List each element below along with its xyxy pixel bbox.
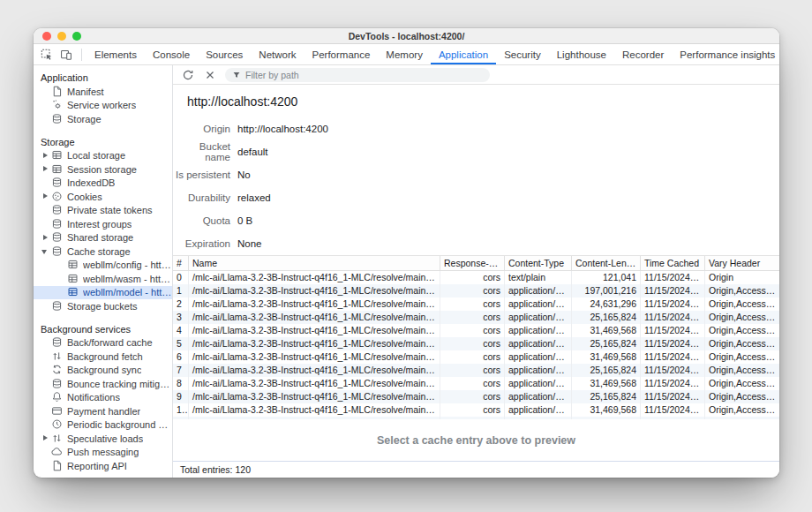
column-header[interactable]: # xyxy=(173,256,189,270)
tab[interactable]: Elements xyxy=(86,44,145,64)
expander-arrow[interactable] xyxy=(41,432,51,445)
table-row[interactable]: 10 /mlc-ai/Llama-3.2-3B-Instruct-q4f16_1… xyxy=(173,403,779,417)
cell-name: /mlc-ai/Llama-3.2-3B-Instruct-q4f16_1-ML… xyxy=(189,337,440,350)
expander-arrow[interactable] xyxy=(41,149,51,162)
inspect-element-icon[interactable] xyxy=(40,48,54,62)
sidebar-item[interactable]: webllm/config - http://loc… xyxy=(34,259,172,273)
expander-arrow[interactable] xyxy=(41,162,51,176)
sidebar-item[interactable]: Payment handler xyxy=(34,404,172,418)
expander-arrow[interactable] xyxy=(41,391,51,404)
sidebar-item[interactable]: Local storage xyxy=(34,149,172,163)
tab[interactable]: Lighthouse xyxy=(549,44,614,64)
expander-arrow[interactable] xyxy=(41,446,51,459)
expander-arrow[interactable] xyxy=(41,377,51,390)
tab[interactable]: Application xyxy=(431,44,496,64)
cell-time-cached: 11/15/2024, 10… xyxy=(641,337,705,350)
expander-arrow[interactable] xyxy=(41,204,51,217)
cell-content-type: application/oc… xyxy=(505,390,572,403)
sidebar-item[interactable]: Background fetch xyxy=(34,350,172,364)
device-toolbar-icon[interactable] xyxy=(59,48,73,62)
tab[interactable]: Performance xyxy=(304,44,379,64)
sidebar-item[interactable]: IndexedDB xyxy=(34,177,172,191)
tab[interactable]: Sources xyxy=(198,44,251,64)
column-header[interactable]: Time Cached xyxy=(641,256,705,270)
clock-icon xyxy=(51,418,64,431)
sidebar-item[interactable]: Service workers xyxy=(34,99,172,113)
expander-arrow[interactable] xyxy=(41,418,51,432)
sidebar-item[interactable]: Notifications xyxy=(34,391,172,405)
table-row[interactable]: 8 /mlc-ai/Llama-3.2-3B-Instruct-q4f16_1-… xyxy=(173,377,779,390)
expander-arrow[interactable] xyxy=(41,190,51,203)
column-header[interactable]: Vary Header xyxy=(705,256,779,270)
expander-arrow[interactable] xyxy=(41,404,51,418)
cell-index: 6 xyxy=(173,350,189,364)
refresh-icon[interactable] xyxy=(181,68,195,82)
expander-arrow[interactable] xyxy=(56,286,67,299)
table-row[interactable]: 9 /mlc-ai/Llama-3.2-3B-Instruct-q4f16_1-… xyxy=(173,390,779,403)
filter-field[interactable] xyxy=(225,68,490,82)
table-row[interactable]: 3 /mlc-ai/Llama-3.2-3B-Instruct-q4f16_1-… xyxy=(173,311,779,324)
tab-label: Elements xyxy=(94,49,137,60)
expander-arrow[interactable] xyxy=(56,259,67,272)
tab[interactable]: Network xyxy=(251,44,304,64)
filter-by-path-input[interactable] xyxy=(245,70,483,80)
expander-arrow[interactable] xyxy=(41,85,51,98)
sidebar-item[interactable]: Background sync xyxy=(34,364,172,378)
expander-arrow[interactable] xyxy=(56,272,67,285)
sidebar-item[interactable]: Session storage xyxy=(34,162,172,177)
tab[interactable]: Memory xyxy=(378,44,431,64)
sidebar-item-label: Back/forward cache xyxy=(67,337,153,348)
sidebar-item[interactable]: Bounce tracking mitigations xyxy=(34,377,172,391)
section-header: Storage xyxy=(34,135,172,149)
column-header[interactable]: Content-Length xyxy=(572,256,641,270)
tab[interactable]: Console xyxy=(145,44,198,64)
expander-arrow[interactable] xyxy=(41,99,51,112)
table-row[interactable]: 2 /mlc-ai/Llama-3.2-3B-Instruct-q4f16_1-… xyxy=(173,297,779,311)
expander-arrow[interactable] xyxy=(41,336,51,350)
column-header[interactable]: Content-Type xyxy=(505,256,572,270)
column-header[interactable]: Response-Type xyxy=(440,256,505,270)
expander-arrow[interactable] xyxy=(41,177,51,190)
zoom-window-button[interactable] xyxy=(72,32,81,41)
expander-arrow[interactable] xyxy=(41,364,51,377)
table-row[interactable]: 5 /mlc-ai/Llama-3.2-3B-Instruct-q4f16_1-… xyxy=(173,337,779,350)
sidebar-item[interactable]: Periodic background sync xyxy=(34,418,172,433)
sidebar-item[interactable]: Cache storage xyxy=(34,245,172,259)
expander-arrow[interactable] xyxy=(41,299,51,312)
total-entries-label: Total entries: 120 xyxy=(180,464,251,475)
tab[interactable]: Performance insights xyxy=(672,44,779,64)
expander-arrow[interactable] xyxy=(41,217,51,230)
expander-arrow[interactable] xyxy=(41,245,51,258)
sidebar-item[interactable]: Storage xyxy=(34,112,172,126)
sidebar-item[interactable]: Shared storage xyxy=(34,231,172,245)
tab[interactable]: Recorder xyxy=(614,44,672,64)
expander-arrow[interactable] xyxy=(41,112,51,125)
sidebar-item[interactable]: Back/forward cache xyxy=(34,336,172,350)
sidebar-item[interactable]: Speculative loads xyxy=(34,432,172,446)
column-header[interactable]: Name xyxy=(189,256,440,270)
table-row[interactable]: 7 /mlc-ai/Llama-3.2-3B-Instruct-q4f16_1-… xyxy=(173,364,779,377)
sidebar-item-label: Background fetch xyxy=(67,351,143,362)
sidebar-item[interactable]: Storage buckets xyxy=(34,299,172,313)
sidebar-item[interactable]: Push messaging xyxy=(34,446,172,460)
sidebar-item[interactable]: Reporting API xyxy=(34,459,172,473)
expander-arrow[interactable] xyxy=(41,231,51,245)
table-row[interactable]: 4 /mlc-ai/Llama-3.2-3B-Instruct-q4f16_1-… xyxy=(173,324,779,337)
close-window-button[interactable] xyxy=(42,32,51,41)
sidebar-item[interactable]: Private state tokens xyxy=(34,204,172,218)
table-row[interactable]: 0 /mlc-ai/Llama-3.2-3B-Instruct-q4f16_1-… xyxy=(173,271,779,284)
cell-time-cached: 11/15/2024, 10… xyxy=(641,403,705,417)
sidebar-item[interactable]: webllm/model - http://loc… xyxy=(34,286,172,300)
sidebar-item[interactable]: Manifest xyxy=(34,85,172,99)
sidebar-item[interactable]: Interest groups xyxy=(34,217,172,231)
origin-info-row: Origin http://localhost:4200 xyxy=(173,117,779,140)
table-row[interactable]: 6 /mlc-ai/Llama-3.2-3B-Instruct-q4f16_1-… xyxy=(173,350,779,364)
sidebar-item[interactable]: webllm/wasm - http://loca… xyxy=(34,272,172,286)
expander-arrow[interactable] xyxy=(41,459,51,472)
tab[interactable]: Security xyxy=(496,44,549,64)
clear-icon[interactable] xyxy=(203,68,217,82)
minimize-window-button[interactable] xyxy=(57,32,66,41)
sidebar-item[interactable]: Cookies xyxy=(34,190,172,204)
table-row[interactable]: 1 /mlc-ai/Llama-3.2-3B-Instruct-q4f16_1-… xyxy=(173,284,779,297)
expander-arrow[interactable] xyxy=(41,350,51,363)
